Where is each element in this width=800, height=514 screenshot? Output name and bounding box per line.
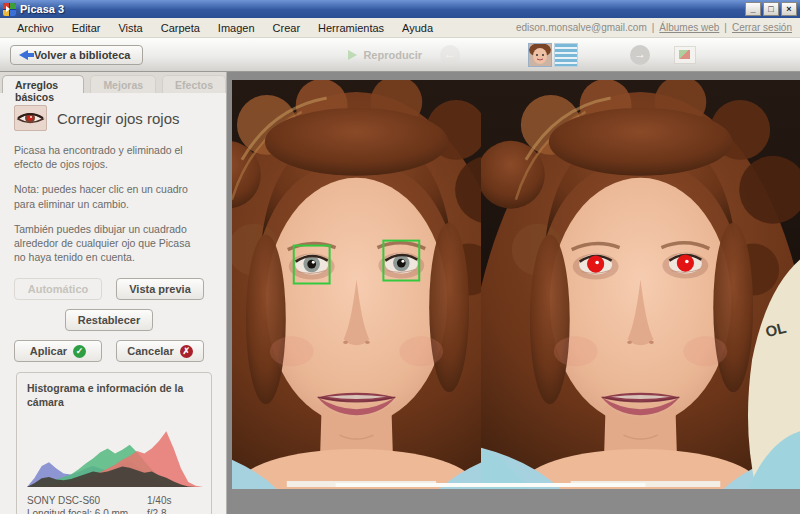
photo-canvas: OL <box>227 72 800 514</box>
reset-button[interactable]: Restablecer <box>65 309 153 331</box>
photo-corrected[interactable] <box>232 80 481 489</box>
photo-thumbnail[interactable] <box>528 43 552 67</box>
info-paragraph-3: También puedes dibujar un cuadrado alred… <box>14 222 204 265</box>
play-button[interactable]: Reproducir <box>348 49 422 61</box>
histogram-title: Histograma e información de la cámara <box>27 382 201 409</box>
photo-original-redeye[interactable]: OL <box>481 80 800 489</box>
filmstrip-thumbnail[interactable] <box>554 43 578 67</box>
histogram-chart <box>27 425 203 487</box>
back-to-library-label: Volver a biblioteca <box>34 49 130 61</box>
red-eye-right <box>677 254 694 271</box>
tab-efectos[interactable]: Efectos <box>162 75 226 93</box>
picasa-logo-icon <box>3 3 16 16</box>
action-buttons: Automático Vista previa Restablecer Apli… <box>14 278 204 362</box>
clothing-highlight <box>481 483 645 487</box>
shutter-speed: 1/40s <box>147 495 201 506</box>
clothing-highlight <box>336 483 481 487</box>
menu-crear[interactable]: Crear <box>264 20 310 36</box>
play-icon <box>348 50 357 60</box>
picasa-window: Picasa 3 _ □ × Archivo Editar Vista Carp… <box>0 0 800 514</box>
red-eye-left <box>587 255 604 272</box>
apply-button[interactable]: Aplicar ✓ <box>14 340 102 362</box>
edit-panel: Arreglos básicos Mejoras Efectos <box>0 72 227 514</box>
menu-archivo[interactable]: Archivo <box>8 20 63 36</box>
menu-editar[interactable]: Editar <box>63 20 110 36</box>
title-bar: Picasa 3 _ □ × <box>0 0 800 18</box>
tab-arreglos-basicos[interactable]: Arreglos básicos <box>2 75 84 93</box>
x-icon: ✗ <box>180 345 193 358</box>
apply-label: Aplicar <box>30 345 67 357</box>
toolbar: Volver a biblioteca Reproducir ← → <box>0 38 800 72</box>
histogram-panel: Histograma e información de la cámara SO… <box>16 372 212 514</box>
maximize-button[interactable]: □ <box>763 2 779 16</box>
menu-carpeta[interactable]: Carpeta <box>152 20 209 36</box>
automatic-button[interactable]: Automático <box>14 278 102 300</box>
window-title: Picasa 3 <box>20 3 64 15</box>
thumbnail-face-image <box>529 44 551 66</box>
menu-vista[interactable]: Vista <box>109 20 151 36</box>
panel-tabs: Arreglos básicos Mejoras Efectos <box>0 72 226 93</box>
focal-length: Longitud focal: 6.0 mm <box>27 508 147 514</box>
red-eye-icon <box>14 105 47 131</box>
photo-tray <box>528 43 578 67</box>
info-paragraph-1: Picasa ha encontrado y eliminado el efec… <box>14 143 204 171</box>
panel-title: Corregir ojos rojos <box>57 110 180 127</box>
camera-info: SONY DSC-S60 1/40s Longitud focal: 6.0 m… <box>27 495 201 514</box>
minimize-button[interactable]: _ <box>745 2 761 16</box>
preview-button[interactable]: Vista previa <box>116 278 204 300</box>
red-eye-glint <box>595 261 599 265</box>
back-arrow-icon <box>19 50 28 60</box>
back-to-library-button[interactable]: Volver a biblioteca <box>10 45 143 65</box>
account-email: edison.monsalve@gmail.com <box>516 22 647 33</box>
menu-imagen[interactable]: Imagen <box>209 20 264 36</box>
cancel-label: Cancelar <box>127 345 173 357</box>
camera-model: SONY DSC-S60 <box>27 495 147 506</box>
menu-ayuda[interactable]: Ayuda <box>393 20 442 36</box>
separator: | <box>724 22 727 33</box>
tab-mejoras[interactable]: Mejoras <box>90 75 156 93</box>
separator: | <box>652 22 655 33</box>
web-albums-link[interactable]: Álbumes web <box>659 22 719 33</box>
previous-photo-icon[interactable]: ← <box>440 45 460 65</box>
account-area: edison.monsalve@gmail.com | Álbumes web … <box>516 22 792 33</box>
cancel-button[interactable]: Cancelar ✗ <box>116 340 204 362</box>
check-icon: ✓ <box>73 345 86 358</box>
next-photo-icon[interactable]: → <box>630 45 650 65</box>
comparison-view: OL <box>232 80 800 489</box>
play-label: Reproducir <box>363 49 422 61</box>
aperture: f/2.8 <box>147 508 201 514</box>
sign-out-link[interactable]: Cerrar sesión <box>732 22 792 33</box>
red-eye-glint <box>685 260 689 264</box>
collage-icon[interactable] <box>674 46 696 64</box>
menu-bar: Archivo Editar Vista Carpeta Imagen Crea… <box>0 18 800 38</box>
info-paragraph-2: Nota: puedes hacer clic en un cuadro par… <box>14 182 204 210</box>
menu-herramientas[interactable]: Herramientas <box>309 20 393 36</box>
close-button[interactable]: × <box>781 2 797 16</box>
